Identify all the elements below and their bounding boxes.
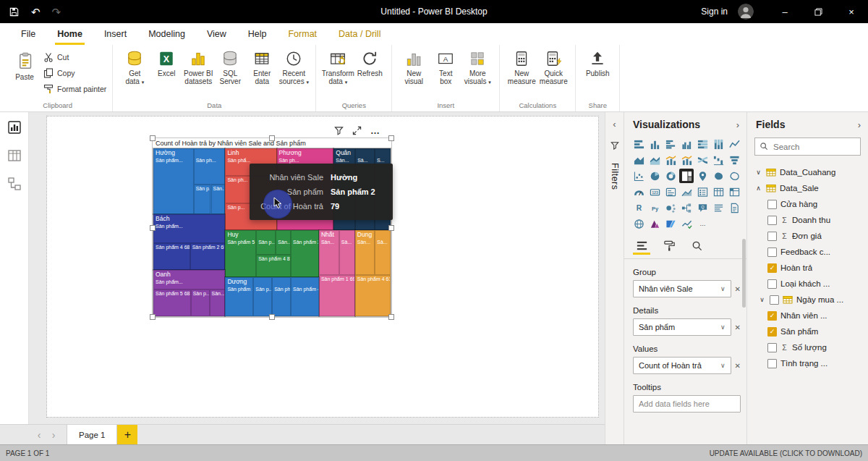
tab-file[interactable]: File (10, 23, 46, 45)
new-visual-button[interactable]: Newvisual (398, 48, 430, 96)
new-measure-button[interactable]: Newmeasure (506, 48, 537, 96)
viz-icon-stacked-column-chart[interactable] (647, 137, 662, 151)
chevron-down-icon[interactable]: ∨ (758, 296, 766, 303)
collapse-fields-icon[interactable]: › (858, 119, 861, 130)
table-data-cuahang[interactable]: ∨Data_Cuahang (747, 164, 868, 180)
viz-icon-pie-chart[interactable] (647, 169, 662, 183)
data-view-icon[interactable] (6, 147, 23, 164)
tab-insert[interactable]: Insert (93, 23, 137, 45)
viz-icon-treemap[interactable] (679, 169, 694, 183)
get-data-button[interactable]: Getdata ▾ (119, 48, 150, 96)
viz-icon-clustered-column-chart[interactable] (679, 137, 694, 151)
close-button[interactable]: × (835, 0, 868, 23)
pane-tab-analytics[interactable] (689, 237, 704, 254)
viz-icon-r-script[interactable]: R (631, 200, 646, 215)
viz-icon-line-and-clustered-column-chart[interactable] (679, 153, 694, 167)
paste-button[interactable]: Paste (9, 48, 41, 96)
viz-icon-funnel-chart[interactable] (727, 153, 741, 167)
viz-icon-donut-chart[interactable] (663, 169, 678, 183)
checkbox-s-l-ng[interactable] (767, 343, 777, 352)
viz-icon-100-stacked-column-chart[interactable] (711, 137, 726, 151)
viz-icon-shape-map[interactable] (727, 169, 741, 183)
table-data-sale[interactable]: ∧Data_Sale (747, 180, 868, 196)
well-values[interactable]: Count of Hoàn trả∨ (633, 357, 731, 374)
viz-icon-slicer[interactable] (695, 185, 710, 199)
remove-field-button[interactable]: ✕ (735, 285, 741, 293)
selection-handle[interactable] (150, 135, 156, 141)
selection-handle[interactable] (150, 314, 156, 320)
viz-icon-stacked-area-chart[interactable] (647, 153, 662, 167)
field-s-l-ng[interactable]: ΣSố lượng (747, 339, 868, 355)
treemap-tile[interactable]: Sản phẩm 4 68 (153, 243, 190, 270)
excel-button[interactable]: XExcel (150, 48, 182, 96)
chevron-down-icon[interactable]: ∨ (720, 323, 726, 331)
remove-field-button[interactable]: ✕ (735, 323, 741, 331)
viz-icon-filled-map[interactable] (711, 169, 726, 183)
viz-icon-paginated-report[interactable] (727, 200, 741, 215)
treemap-tile[interactable]: Sản phẩm 4 61 (355, 275, 391, 316)
viz-icon-clustered-bar-chart[interactable] (663, 137, 678, 151)
chevron-down-icon[interactable]: ∨ (754, 169, 762, 176)
treemap-tile[interactable]: Sản p... (256, 230, 276, 255)
field-feedback-c[interactable]: Feedback c... (747, 244, 868, 260)
recent-sources-button[interactable]: Recentsources ▾ (278, 48, 310, 96)
expand-filters-icon[interactable]: ‹ (613, 119, 616, 130)
treemap-tile[interactable]: Sản phẩm 4 58 (291, 277, 319, 316)
model-view-icon[interactable] (6, 175, 23, 193)
checkbox-feedback-c[interactable] (767, 248, 777, 257)
format-painter-button[interactable]: Format painter (43, 83, 106, 94)
checkbox-lo-i-kh-ch[interactable] (767, 279, 777, 289)
field-nh-n-vi-n[interactable]: ✓Nhân viên ... (747, 308, 868, 323)
viz-icon-waterfall-chart[interactable] (711, 153, 726, 167)
filter-icon[interactable] (334, 126, 344, 135)
tab-data-drill[interactable]: Data / Drill (328, 23, 391, 45)
treemap-tile[interactable]: Sản... (211, 185, 226, 214)
viz-icon-arcgis-map[interactable] (631, 216, 646, 231)
viz-icon-ribbon-chart[interactable] (695, 153, 710, 167)
field-lo-i-kh-ch[interactable]: Loại khách ... (747, 276, 868, 292)
viz-icon-qa[interactable]: Q (695, 200, 710, 215)
viz-icon-map[interactable] (695, 169, 710, 183)
treemap-group-b-ch[interactable]: BáchSản phẩm...Sản phẩm 4 68Sản phẩm 2 6… (153, 214, 225, 270)
selection-handle[interactable] (150, 225, 156, 231)
checkbox-doanh-thu[interactable] (767, 216, 777, 225)
restore-button[interactable] (801, 0, 835, 23)
tab-view[interactable]: View (196, 23, 237, 45)
treemap-group-nh-t[interactable]: NhấtSản...Sả...Sản phẩm 1 69 (319, 230, 355, 316)
viz-icon-line-chart[interactable] (727, 137, 741, 151)
treemap-tile[interactable]: Sản phẩm 2 59 (291, 230, 319, 277)
field-doanh-thu[interactable]: ΣDoanh thu (747, 212, 868, 228)
report-view-icon[interactable] (6, 119, 23, 136)
viz-icon-area-chart[interactable] (631, 153, 646, 167)
copy-button[interactable]: Copy (43, 67, 106, 78)
sign-in-button[interactable]: Sign in (701, 7, 728, 17)
viz-icon-kpi[interactable] (679, 185, 694, 199)
viz-icon-power-apps[interactable] (647, 216, 662, 231)
viz-icon-scatter-chart[interactable] (631, 169, 646, 183)
field-c-a-h-ng[interactable]: Cửa hàng (747, 196, 868, 212)
treemap-tile[interactable]: Sản phẩm 5 68 (153, 289, 191, 316)
refresh-button[interactable]: Refresh (354, 48, 386, 96)
viz-icon-smart-narrative[interactable] (711, 200, 726, 215)
viz-icon-line-and-stacked-column-chart[interactable] (663, 153, 678, 167)
treemap-tile[interactable]: Sản p... (194, 185, 211, 214)
selection-handle[interactable] (388, 225, 394, 231)
treemap-tile[interactable]: Sản phẩm 4 81 (256, 255, 291, 277)
filters-pane-collapsed[interactable]: ‹ Filters (605, 111, 624, 444)
text-box-button[interactable]: ATextbox (430, 48, 461, 96)
checkbox-n-gi[interactable] (767, 232, 777, 241)
treemap-tile[interactable]: Sản phẩm 2 65 (190, 243, 226, 270)
selection-handle[interactable] (269, 135, 275, 141)
pane-tab-fields-wells[interactable] (634, 237, 649, 254)
treemap-group-huy[interactable]: HuySản phẩm 5 88Sản p...Sản...Sản phẩm 4… (225, 230, 319, 277)
viz-icon-power-automate[interactable] (663, 216, 678, 231)
well-details[interactable]: Sản phẩm∨ (633, 318, 731, 336)
treemap-tile[interactable]: Sản phẩm 1 69 (319, 275, 355, 316)
chevron-up-icon[interactable]: ∧ (754, 185, 762, 192)
focus-mode-icon[interactable] (352, 126, 362, 135)
treemap-group-dung[interactable]: DungSản...Sả...Sản phẩm 4 61 (355, 230, 391, 316)
update-notice[interactable]: UPDATE AVAILABLE (CLICK TO DOWNLOAD) (710, 449, 862, 457)
more-visuals-button[interactable]: Morevisuals ▾ (461, 48, 493, 96)
selection-handle[interactable] (388, 314, 394, 320)
selection-handle[interactable] (388, 135, 394, 141)
